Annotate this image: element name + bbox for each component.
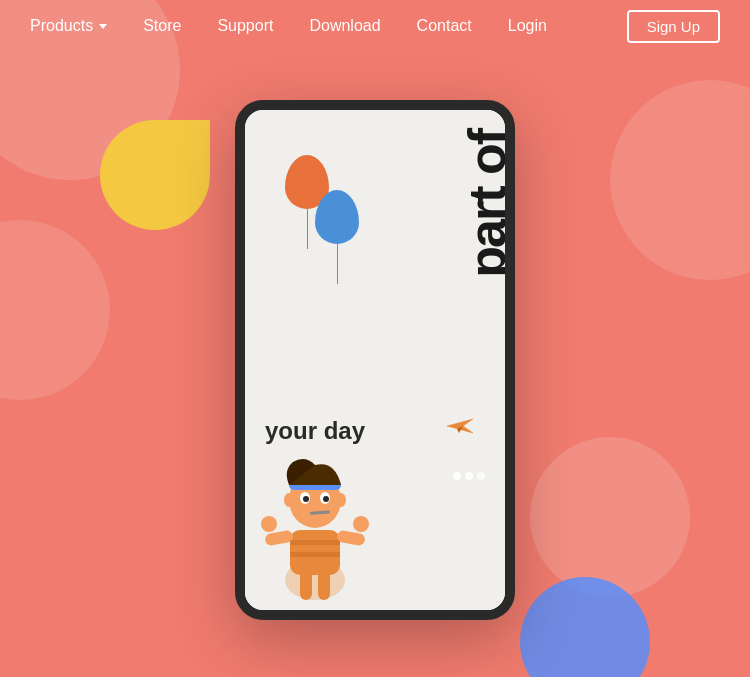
- signup-button[interactable]: Sign Up: [627, 10, 720, 43]
- svg-rect-6: [264, 530, 294, 547]
- vertical-text: part of: [461, 130, 505, 278]
- nav-item-login[interactable]: Login: [490, 17, 565, 35]
- nav-item-download[interactable]: Download: [291, 17, 398, 35]
- nav-item-products[interactable]: Products: [30, 17, 125, 35]
- character-area: [255, 450, 375, 610]
- nav-item-store[interactable]: Store: [125, 17, 199, 35]
- svg-point-8: [261, 516, 277, 532]
- svg-point-18: [284, 493, 294, 507]
- chevron-down-icon: [99, 24, 107, 29]
- device-frame: part of your day: [235, 100, 515, 620]
- svg-rect-7: [336, 530, 366, 547]
- balloon-blue-string: [337, 244, 338, 284]
- bg-circle-bottom-right: [520, 577, 650, 677]
- svg-rect-5: [290, 552, 340, 557]
- svg-rect-4: [290, 540, 340, 545]
- bg-circle-right-bottom: [530, 437, 690, 597]
- yellow-shape: [100, 120, 210, 230]
- nav-item-contact[interactable]: Contact: [399, 17, 490, 35]
- device-container: part of your day: [235, 100, 515, 620]
- paper-plane-icon: [445, 417, 475, 440]
- dots-area: [453, 472, 485, 480]
- dot-1: [453, 472, 461, 480]
- bg-circle-right-top: [610, 80, 750, 280]
- svg-point-9: [353, 516, 369, 532]
- character-svg: [255, 450, 375, 610]
- navbar: Products Store Support Download Contact …: [0, 0, 750, 52]
- nav-item-support[interactable]: Support: [199, 17, 291, 35]
- bg-circle-left-mid: [0, 220, 110, 400]
- balloon-blue: [315, 190, 359, 284]
- dot-2: [465, 472, 473, 480]
- device-screen: part of your day: [245, 110, 505, 610]
- svg-point-19: [336, 493, 346, 507]
- dot-3: [477, 472, 485, 480]
- balloon-blue-body: [315, 190, 359, 244]
- your-day-text: your day: [265, 417, 365, 445]
- svg-point-15: [303, 496, 309, 502]
- nav-items: Products Store Support Download Contact …: [30, 17, 627, 35]
- svg-point-16: [323, 496, 329, 502]
- balloon-orange-string: [307, 209, 308, 249]
